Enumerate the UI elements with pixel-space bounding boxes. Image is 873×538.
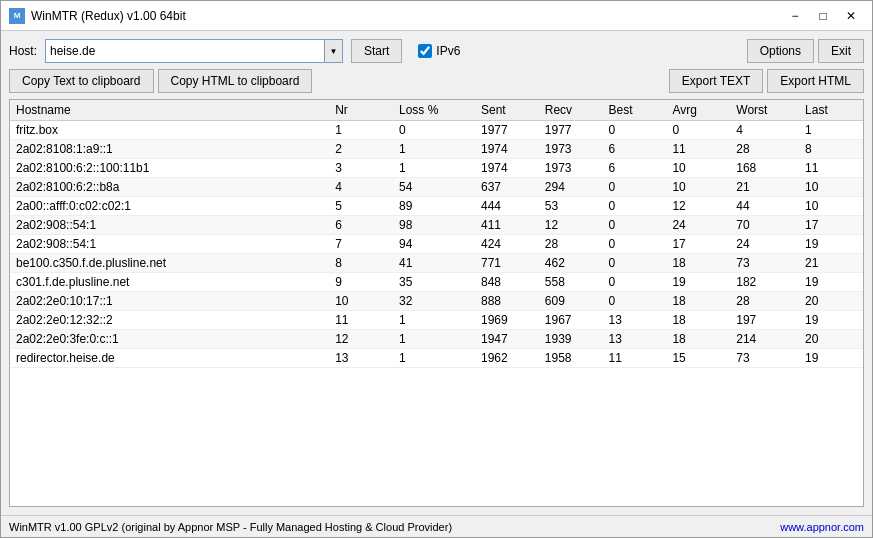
cell-value: 11 [799,159,863,178]
window-title: WinMTR (Redux) v1.00 64bit [31,9,782,23]
cell-value: 28 [730,140,799,159]
cell-value: 1973 [539,140,603,159]
copy-html-button[interactable]: Copy HTML to clipboard [158,69,313,93]
cell-value: 28 [539,235,603,254]
cell-value: 771 [475,254,539,273]
cell-value: 10 [666,159,730,178]
cell-value: 0 [666,121,730,140]
cell-value: 12 [539,216,603,235]
cell-hostname: redirector.heise.de [10,349,329,368]
cell-value: 1 [393,349,475,368]
export-text-button[interactable]: Export TEXT [669,69,763,93]
col-hostname: Hostname [10,100,329,121]
cell-value: 20 [799,292,863,311]
col-last: Last [799,100,863,121]
cell-value: 294 [539,178,603,197]
results-table: Hostname Nr Loss % Sent Recv Best Avrg W… [10,100,863,368]
export-html-button[interactable]: Export HTML [767,69,864,93]
cell-value: 1 [393,159,475,178]
maximize-button[interactable]: □ [810,6,836,26]
host-input[interactable] [45,39,325,63]
main-window: M WinMTR (Redux) v1.00 64bit − □ ✕ Host:… [0,0,873,538]
cell-value: 1 [393,330,475,349]
cell-hostname: 2a00::afff:0:c02:c02:1 [10,197,329,216]
cell-value: 0 [603,178,667,197]
cell-value: 197 [730,311,799,330]
cell-value: 0 [393,121,475,140]
cell-value: 15 [666,349,730,368]
col-nr: Nr [329,100,393,121]
cell-hostname: 2a02:2e0:12:32::2 [10,311,329,330]
cell-value: 70 [730,216,799,235]
cell-value: 24 [666,216,730,235]
appnor-link[interactable]: www.appnor.com [780,521,864,533]
exit-button[interactable]: Exit [818,39,864,63]
cell-value: 32 [393,292,475,311]
main-content: Host: ▼ Start IPv6 Options Exit Copy Tex… [1,31,872,515]
cell-value: 53 [539,197,603,216]
cell-value: 10 [329,292,393,311]
host-input-wrapper: ▼ [45,39,343,63]
cell-value: 6 [603,159,667,178]
cell-value: 21 [799,254,863,273]
cell-hostname: be100.c350.f.de.plusline.net [10,254,329,273]
options-button[interactable]: Options [747,39,814,63]
cell-value: 214 [730,330,799,349]
cell-value: 848 [475,273,539,292]
cell-value: 12 [329,330,393,349]
copy-text-button[interactable]: Copy Text to clipboard [9,69,154,93]
host-dropdown-button[interactable]: ▼ [325,39,343,63]
table-row: redirector.heise.de1311962195811157319 [10,349,863,368]
start-button[interactable]: Start [351,39,402,63]
cell-value: 0 [603,292,667,311]
col-best: Best [603,100,667,121]
table-row: 2a02:908::54:1698411120247017 [10,216,863,235]
cell-value: 0 [603,254,667,273]
cell-value: 424 [475,235,539,254]
col-sent: Sent [475,100,539,121]
cell-value: 41 [393,254,475,273]
cell-value: 888 [475,292,539,311]
cell-value: 4 [329,178,393,197]
cell-hostname: 2a02:2e0:10:17::1 [10,292,329,311]
cell-value: 1939 [539,330,603,349]
cell-value: 35 [393,273,475,292]
close-button[interactable]: ✕ [838,6,864,26]
cell-value: 1958 [539,349,603,368]
cell-value: 182 [730,273,799,292]
cell-value: 17 [799,216,863,235]
table-row: 2a02:2e0:3fe:0:c::112119471939131821420 [10,330,863,349]
cell-value: 4 [730,121,799,140]
cell-value: 1977 [539,121,603,140]
table-row: be100.c350.f.de.plusline.net841771462018… [10,254,863,273]
cell-hostname: fritz.box [10,121,329,140]
title-bar: M WinMTR (Redux) v1.00 64bit − □ ✕ [1,1,872,31]
status-text: WinMTR v1.00 GPLv2 (original by Appnor M… [9,521,452,533]
right-buttons: Options Exit [747,39,864,63]
cell-hostname: c301.f.de.plusline.net [10,273,329,292]
cell-value: 11 [329,311,393,330]
table-row: 2a00::afff:0:c02:c02:1589444530124410 [10,197,863,216]
cell-value: 609 [539,292,603,311]
cell-value: 1967 [539,311,603,330]
cell-value: 11 [666,140,730,159]
cell-hostname: 2a02:8108:1:a9::1 [10,140,329,159]
cell-value: 17 [666,235,730,254]
cell-value: 0 [603,197,667,216]
ipv6-checkbox[interactable] [418,44,432,58]
table-row: 2a02:8108:1:a9::12119741973611288 [10,140,863,159]
cell-value: 411 [475,216,539,235]
cell-value: 73 [730,349,799,368]
cell-value: 1 [329,121,393,140]
cell-value: 3 [329,159,393,178]
cell-value: 1974 [475,159,539,178]
cell-value: 13 [603,311,667,330]
minimize-button[interactable]: − [782,6,808,26]
col-loss: Loss % [393,100,475,121]
window-controls: − □ ✕ [782,6,864,26]
ipv6-label: IPv6 [436,44,460,58]
col-avrg: Avrg [666,100,730,121]
table-row: 2a02:8100:6:2::100:11b131197419736101681… [10,159,863,178]
cell-value: 54 [393,178,475,197]
cell-value: 1 [393,311,475,330]
